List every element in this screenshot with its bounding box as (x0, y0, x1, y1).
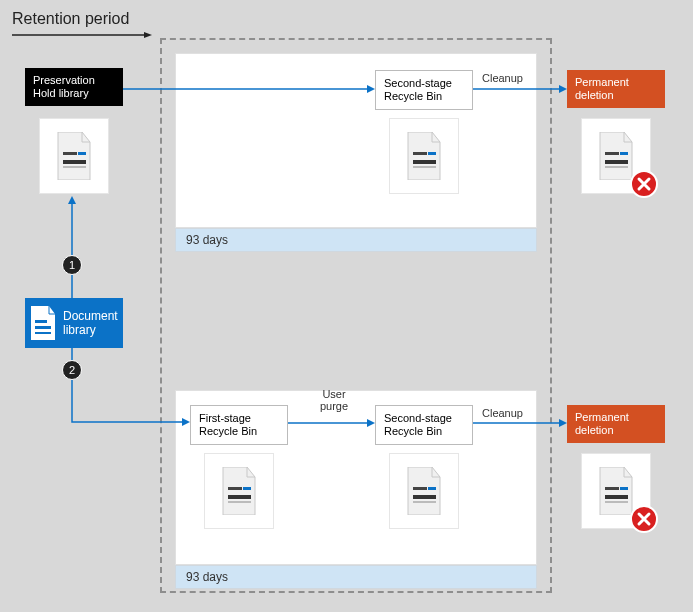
svg-marker-24 (182, 418, 190, 426)
svg-marker-23 (68, 196, 76, 204)
svg-rect-19 (35, 320, 47, 323)
svg-rect-8 (413, 152, 427, 155)
file-thumbnail (39, 118, 109, 194)
svg-rect-21 (35, 332, 51, 334)
svg-rect-25 (228, 487, 242, 490)
svg-rect-16 (605, 160, 628, 164)
svg-rect-9 (428, 152, 436, 155)
step-bubble-1: 1 (62, 255, 82, 275)
delete-x-icon (630, 505, 658, 533)
svg-rect-33 (413, 495, 436, 499)
file-thumbnail (204, 453, 274, 529)
svg-rect-14 (605, 152, 619, 155)
svg-rect-20 (35, 326, 51, 329)
svg-rect-39 (605, 495, 628, 499)
retention-period-label: Retention period (12, 10, 129, 28)
duration-text: 93 days (186, 233, 228, 247)
svg-rect-27 (228, 495, 251, 499)
svg-rect-11 (413, 166, 436, 168)
svg-rect-34 (413, 501, 436, 503)
svg-rect-5 (63, 166, 86, 168)
svg-rect-40 (605, 501, 628, 503)
arrow-up-icon (66, 196, 78, 300)
svg-rect-26 (243, 487, 251, 490)
file-icon (219, 467, 259, 515)
svg-rect-4 (63, 160, 86, 164)
user-purge-label: User purge (314, 388, 354, 412)
svg-rect-2 (63, 152, 77, 155)
svg-marker-30 (367, 419, 375, 427)
svg-rect-37 (605, 487, 619, 490)
svg-rect-10 (413, 160, 436, 164)
document-library-box: Document library (25, 298, 123, 348)
cleanup-label: Cleanup (482, 72, 523, 84)
svg-rect-3 (78, 152, 86, 155)
svg-marker-36 (559, 419, 567, 427)
arrow-right-icon (473, 418, 567, 428)
delete-x-icon (630, 170, 658, 198)
permanent-deletion-top: Permanent deletion (567, 70, 665, 108)
duration-text: 93 days (186, 570, 228, 584)
file-icon (404, 132, 444, 180)
doc-library-label: Document library (63, 309, 118, 337)
svg-rect-31 (413, 487, 427, 490)
second-stage-bin-top: Second-stage Recycle Bin (375, 70, 473, 110)
file-icon (54, 132, 94, 180)
svg-rect-28 (228, 501, 251, 503)
permanent-deletion-bottom: Permanent deletion (567, 405, 665, 443)
file-thumbnail (389, 453, 459, 529)
retention-arrow-icon (12, 32, 152, 42)
duration-bar-top: 93 days (175, 228, 537, 252)
svg-rect-17 (605, 166, 628, 168)
svg-marker-13 (559, 85, 567, 93)
svg-marker-7 (367, 85, 375, 93)
arrow-right-icon (288, 418, 375, 428)
first-stage-bin: First-stage Recycle Bin (190, 405, 288, 445)
arrow-right-icon (123, 84, 375, 94)
svg-rect-32 (428, 487, 436, 490)
arrow-elbow-icon (66, 348, 190, 428)
duration-bar-bottom: 93 days (175, 565, 537, 589)
svg-marker-1 (144, 32, 152, 38)
file-thumbnail (389, 118, 459, 194)
second-stage-bin-bottom: Second-stage Recycle Bin (375, 405, 473, 445)
file-icon (404, 467, 444, 515)
doc-library-icon (29, 306, 57, 340)
svg-rect-38 (620, 487, 628, 490)
step-bubble-2: 2 (62, 360, 82, 380)
preservation-hold-box: Preservation Hold library (25, 68, 123, 106)
svg-rect-15 (620, 152, 628, 155)
arrow-right-icon (473, 84, 567, 94)
